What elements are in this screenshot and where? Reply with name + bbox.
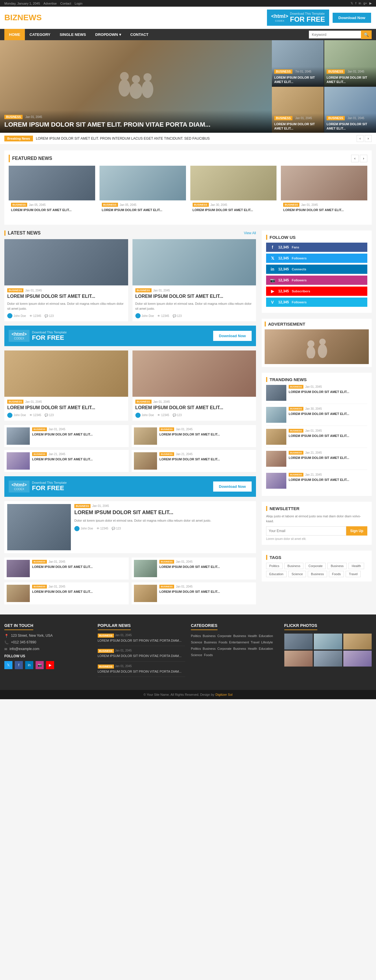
search-button[interactable]: 🔍	[361, 30, 372, 39]
bottom-card-0[interactable]: BUSINESS Jan 01, 2045 LOREM IPSUM DOLOR …	[4, 557, 129, 579]
trending-item-0[interactable]: BUSINESS Jan 01, 2045 LOREM IPSUM DOLOR …	[266, 385, 367, 404]
email-input[interactable]	[266, 526, 346, 536]
fcat-business2[interactable]: Business	[233, 633, 246, 638]
fcat-travel[interactable]: Travel	[251, 640, 260, 644]
latest-mid-card-0[interactable]: BUSINESS Jan 01, 2045 LOREM IPSUM DOLOR …	[4, 350, 128, 421]
bottom-card-3[interactable]: BUSINESS Jan 01, 2045 LOREM IPSUM DOLOR …	[132, 582, 256, 605]
fcat-business4[interactable]: Business	[203, 646, 216, 651]
latest-card-0[interactable]: BUSINESS Jan 01, 2045 LOREM IPSUM DOLOR …	[4, 239, 128, 321]
top-bar-login[interactable]: Login	[75, 2, 83, 5]
breaking-prev-button[interactable]: ‹	[357, 135, 363, 142]
small-card-0[interactable]: BUSINESS Jan 01, 2045 LOREM IPSUM DOLOR …	[4, 425, 129, 447]
trending-item-4[interactable]: BUSINESS Jan 21, 2045 LOREM IPSUM DOLOR …	[266, 473, 367, 492]
trending-item-3[interactable]: BUSINESS Jan 21, 2045 LOREM IPSUM DOLOR …	[266, 451, 367, 470]
header-download-button[interactable]: Download Now	[332, 12, 372, 24]
latest-card-1[interactable]: BUSINESS Jan 01, 2045 LOREM IPSUM DOLOR …	[132, 239, 256, 321]
facebook-icon[interactable]: f	[355, 2, 356, 5]
tag-education[interactable]: Education	[266, 571, 287, 577]
tag-travel[interactable]: Travel	[346, 571, 361, 577]
fcat-education2[interactable]: Education	[259, 646, 273, 651]
footer-bottom-link[interactable]: Digitizer Sol	[215, 693, 233, 696]
top-bar-contact[interactable]: Contact	[60, 2, 71, 5]
featured-card-3[interactable]: BUSINESS Jan 01, 2045 LOREM IPSUM DOLOR …	[281, 166, 367, 215]
footer-facebook-button[interactable]: f	[15, 661, 23, 669]
popular-item-1[interactable]: BUSINESS Jan 01, 2045 LOREM IPSUM DOLOR …	[98, 649, 185, 661]
ad-download-button-2[interactable]: Download Now	[213, 482, 252, 492]
bottom-card-2[interactable]: BUSINESS Jan 01, 2045 LOREM IPSUM DOLOR …	[4, 582, 129, 605]
youtube-icon[interactable]: ▶	[370, 2, 372, 5]
hero-thumb-0[interactable]: BUSINESS 7m 01, 2045 LOREM IPSUM DOLOR S…	[272, 40, 323, 86]
tag-foods[interactable]: Foods	[329, 571, 344, 577]
featured-prev-button[interactable]: ‹	[351, 155, 358, 162]
linkedin-icon[interactable]: in	[358, 2, 361, 5]
flickr-thumb-1[interactable]	[314, 633, 342, 649]
fcat-politics[interactable]: Politics	[191, 633, 201, 638]
featured-card-0[interactable]: BUSINESS Jan 05, 2045 LOREM IPSUM DOLOR …	[9, 166, 95, 215]
fcat-foods[interactable]: Foods	[219, 640, 228, 644]
small-card-3[interactable]: BUSINESS Jan 21, 2045 LOREM IPSUM DOLOR …	[132, 450, 256, 472]
fcat-politics2[interactable]: Politics	[191, 646, 201, 651]
tag-health[interactable]: Health	[349, 563, 364, 569]
featured-next-button[interactable]: ›	[360, 155, 367, 162]
fcat-health[interactable]: Health	[248, 633, 257, 638]
facebook-follow-button[interactable]: f 12,345 Fans	[266, 243, 367, 252]
fcat-science2[interactable]: Science	[191, 653, 202, 657]
fcat-science[interactable]: Science	[191, 640, 202, 644]
tag-corporate[interactable]: Corporate	[305, 563, 326, 569]
fcat-education[interactable]: Education	[259, 633, 273, 638]
nav-item-dropdown[interactable]: DROPDOWN ▾	[91, 29, 126, 40]
flickr-thumb-2[interactable]	[343, 633, 372, 649]
top-bar-advertise[interactable]: Advertise	[43, 2, 57, 5]
nav-item-contact[interactable]: CONTACT	[126, 29, 153, 40]
googleplus-icon[interactable]: g+	[363, 2, 367, 5]
footer-instagram-button[interactable]: 📷	[35, 661, 44, 669]
popular-item-2[interactable]: BUSINESS Jan 01, 2045 LOREM IPSUM DOLOR …	[98, 665, 185, 677]
flickr-thumb-0[interactable]	[284, 633, 313, 649]
fcat-lifestyle[interactable]: Lifestyle	[261, 640, 273, 644]
flickr-thumb-4[interactable]	[314, 651, 342, 667]
fcat-corporate[interactable]: Corporate	[217, 633, 231, 638]
vimeo-follow-button[interactable]: V 12,345 Followers	[266, 298, 367, 307]
twitter-icon[interactable]: 𝕏	[351, 2, 353, 5]
fcat-corporate2[interactable]: Corporate	[217, 646, 231, 651]
twitter-follow-button[interactable]: 𝕏 12,345 Followers	[266, 254, 367, 263]
latest-mid-card-1[interactable]: BUSINESS Jan 01, 2045 LOREM IPSUM DOLOR …	[132, 350, 256, 421]
small-card-1[interactable]: BUSINESS Jan 01, 2045 LOREM IPSUM DOLOR …	[132, 425, 256, 447]
fcat-business[interactable]: Business	[203, 633, 216, 638]
footer-twitter-button[interactable]: 𝕏	[4, 661, 13, 669]
instagram-follow-button[interactable]: 📷 12,345 Followers	[266, 275, 367, 285]
small-card-2[interactable]: BUSINESS Jan 21, 2045 LOREM IPSUM DOLOR …	[4, 450, 129, 472]
fcat-entertainment[interactable]: Entertainment	[229, 640, 249, 644]
fcat-health2[interactable]: Health	[248, 646, 257, 651]
footer-youtube-button[interactable]: ▶	[46, 661, 54, 669]
featured-card-1[interactable]: BUSINESS Jan 05, 2045 LOREM IPSUM DOLOR …	[99, 166, 186, 215]
fcat-business3[interactable]: Business	[204, 640, 217, 644]
tag-business2[interactable]: Business	[327, 563, 347, 569]
tag-science[interactable]: Science	[288, 571, 306, 577]
bottom-card-1[interactable]: BUSINESS Jan 01, 2045 LOREM IPSUM DOLOR …	[132, 557, 256, 579]
nav-item-category[interactable]: CATEGORY	[25, 29, 55, 40]
ad-download-button-1[interactable]: Download Now	[213, 331, 252, 341]
fcat-business5[interactable]: Business	[233, 646, 246, 651]
trending-item-1[interactable]: BUSINESS Jan 30, 2045 LOREM IPSUM DOLOR …	[266, 407, 367, 426]
hero-thumb-1[interactable]: BUSINESS Jan 01, 2045 LOREM IPSUM DOLOR …	[324, 40, 376, 86]
breaking-next-button[interactable]: ›	[365, 135, 372, 142]
flickr-thumb-3[interactable]	[284, 651, 313, 667]
nav-item-single-news[interactable]: SINGLE NEWS	[55, 29, 91, 40]
youtube-follow-button[interactable]: ▶ 12,345 Subscribers	[266, 286, 367, 296]
big-card[interactable]: BUSINESS Jan 01, 2045 LOREM IPSUM DOLOR …	[4, 501, 256, 553]
featured-card-2[interactable]: BUSINESS Jan 30, 2045 LOREM IPSUM DOLOR …	[190, 166, 277, 215]
search-input[interactable]	[309, 31, 361, 38]
trending-item-2[interactable]: BUSINESS Jan 01, 2045 LOREM IPSUM DOLOR …	[266, 429, 367, 448]
footer-linkedin-button[interactable]: in	[25, 661, 33, 669]
linkedin-follow-button[interactable]: in 12,345 Connects	[266, 264, 367, 274]
hero-thumb-2[interactable]: BUSINESS Jan 01, 2045 LOREM IPSUM DOLOR …	[272, 87, 323, 133]
fcat-foods2[interactable]: Foods	[204, 653, 213, 657]
view-all-link[interactable]: View All	[244, 231, 256, 235]
tag-business[interactable]: Business	[284, 563, 304, 569]
tag-politics[interactable]: Politics	[266, 563, 283, 569]
hero-thumb-3[interactable]: BUSINESS Jan 01, 2045 LOREM IPSUM DOLOR …	[324, 87, 376, 133]
flickr-thumb-5[interactable]	[343, 651, 372, 667]
nav-item-home[interactable]: HOME	[4, 29, 25, 40]
tag-business3[interactable]: Business	[308, 571, 327, 577]
